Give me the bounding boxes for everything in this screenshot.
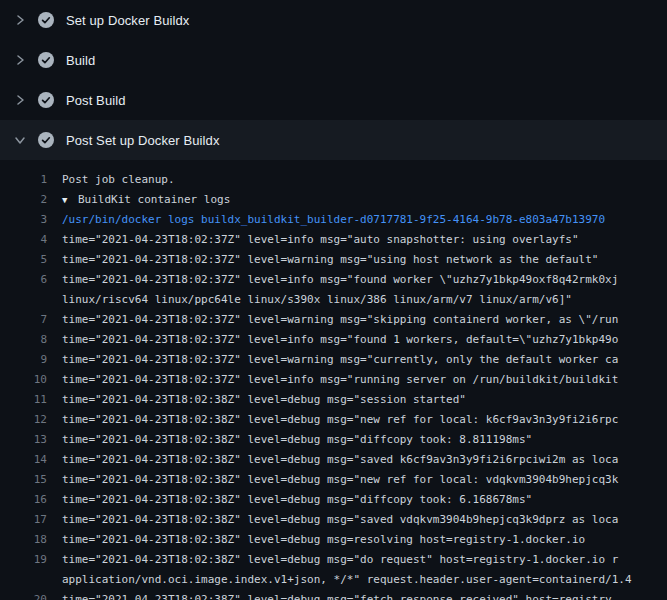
log-line: 3 /usr/bin/docker logs buildx_buildkit_b… (0, 210, 667, 230)
log-line: 5 time="2021-04-23T18:02:37Z" level=warn… (0, 250, 667, 270)
log-line-content: time="2021-04-23T18:02:38Z" level=debug … (62, 593, 612, 600)
log-line-content: time="2021-04-23T18:02:37Z" level=info m… (62, 273, 618, 286)
log-line-text: time="2021-04-23T18:02:38Z" level=debug … (47, 390, 667, 410)
log-line-number[interactable]: 2 (0, 190, 47, 210)
log-line: 9 time="2021-04-23T18:02:37Z" level=warn… (0, 350, 667, 370)
log-line-text: time="2021-04-23T18:02:37Z" level=info m… (47, 270, 667, 290)
log-line: 14 time="2021-04-23T18:02:38Z" level=deb… (0, 450, 667, 470)
log-line-number[interactable]: 12 (0, 410, 47, 430)
section-header-set-up-docker-buildx[interactable]: Set up Docker Buildx (0, 0, 667, 40)
log-line-content: time="2021-04-23T18:02:37Z" level=warnin… (62, 313, 618, 326)
log-line: 1 Post job cleanup. (0, 170, 667, 190)
log-line-number[interactable]: 1 (0, 170, 47, 190)
section-label: Set up Docker Buildx (66, 13, 189, 28)
chevron-right-icon (12, 92, 28, 108)
log-area: 1 Post job cleanup. 2 ▼BuildKit containe… (0, 160, 667, 600)
log-line-number[interactable]: 16 (0, 490, 47, 510)
log-line-text: time="2021-04-23T18:02:38Z" level=debug … (47, 410, 667, 430)
log-line-text: time="2021-04-23T18:02:38Z" level=debug … (47, 470, 667, 490)
section-header-build[interactable]: Build (0, 40, 667, 80)
log-line: 18 time="2021-04-23T18:02:38Z" level=deb… (0, 530, 667, 550)
log-line-number[interactable]: 9 (0, 350, 47, 370)
log-line: 4 time="2021-04-23T18:02:37Z" level=info… (0, 230, 667, 250)
log-line-text: time="2021-04-23T18:02:38Z" level=debug … (47, 590, 667, 600)
log-line: 16 time="2021-04-23T18:02:38Z" level=deb… (0, 490, 667, 510)
log-line-text: time="2021-04-23T18:02:38Z" level=debug … (47, 490, 667, 510)
section-list: Set up Docker Buildx Build P (0, 0, 667, 160)
log-line: 12 time="2021-04-23T18:02:38Z" level=deb… (0, 410, 667, 430)
log-line-number[interactable]: 13 (0, 430, 47, 450)
log-line-number[interactable]: 10 (0, 370, 47, 390)
section-label: Post Build (66, 93, 126, 108)
log-line-number[interactable]: 15 (0, 470, 47, 490)
log-line-text: Post job cleanup. (47, 170, 667, 190)
log-line: 17 time="2021-04-23T18:02:38Z" level=deb… (0, 510, 667, 530)
log-line-text: time="2021-04-23T18:02:38Z" level=debug … (47, 450, 667, 470)
log-line-text: time="2021-04-23T18:02:38Z" level=debug … (47, 530, 667, 550)
log-line-text: time="2021-04-23T18:02:37Z" level=info m… (47, 330, 667, 350)
log-line: 20 time="2021-04-23T18:02:38Z" level=deb… (0, 590, 667, 600)
check-circle-icon (38, 12, 54, 28)
log-line-content: BuildKit container logs (78, 193, 230, 206)
log-line-content: Post job cleanup. (62, 173, 175, 186)
log-line[interactable]: 2 ▼BuildKit container logs (0, 190, 667, 210)
log-line-number (0, 290, 47, 310)
log-line-number[interactable]: 6 (0, 270, 47, 290)
log-line-text: application/vnd.oci.image.index.v1+json,… (47, 570, 667, 590)
log-line-number[interactable]: 14 (0, 450, 47, 470)
log-line-text: time="2021-04-23T18:02:37Z" level=warnin… (47, 250, 667, 270)
log-line-number[interactable]: 20 (0, 590, 47, 600)
log-line-text: time="2021-04-23T18:02:37Z" level=warnin… (47, 310, 667, 330)
log-line-content: time="2021-04-23T18:02:38Z" level=debug … (62, 473, 618, 486)
group-expanded-triangle-icon: ▼ (62, 190, 78, 210)
chevron-down-icon (12, 132, 28, 148)
log-line-content: linux/riscv64 linux/ppc64le linux/s390x … (62, 293, 572, 306)
log-line-number[interactable]: 18 (0, 530, 47, 550)
log-line: 6 time="2021-04-23T18:02:37Z" level=info… (0, 270, 667, 290)
log-line: 11 time="2021-04-23T18:02:38Z" level=deb… (0, 390, 667, 410)
log-line-number[interactable]: 17 (0, 510, 47, 530)
check-circle-icon (38, 92, 54, 108)
log-line-text: time="2021-04-23T18:02:37Z" level=info m… (47, 230, 667, 250)
log-line: 8 time="2021-04-23T18:02:37Z" level=info… (0, 330, 667, 350)
section-header-post-set-up-docker-buildx[interactable]: Post Set up Docker Buildx (0, 120, 667, 160)
log-line-content: time="2021-04-23T18:02:38Z" level=debug … (62, 553, 618, 566)
log-line-content: /usr/bin/docker logs buildx_buildkit_bui… (62, 213, 605, 226)
log-line: 15 time="2021-04-23T18:02:38Z" level=deb… (0, 470, 667, 490)
log-line-content: time="2021-04-23T18:02:37Z" level=info m… (62, 233, 579, 246)
chevron-right-icon (12, 12, 28, 28)
log-line-content: time="2021-04-23T18:02:38Z" level=debug … (62, 413, 618, 426)
log-line-content: time="2021-04-23T18:02:38Z" level=debug … (62, 513, 618, 526)
log-line-text: time="2021-04-23T18:02:38Z" level=debug … (47, 430, 667, 450)
log-line-content: time="2021-04-23T18:02:38Z" level=debug … (62, 393, 466, 406)
log-line-number[interactable]: 11 (0, 390, 47, 410)
log-line-text: linux/riscv64 linux/ppc64le linux/s390x … (47, 290, 667, 310)
log-line-number[interactable]: 19 (0, 550, 47, 570)
log-line: application/vnd.oci.image.index.v1+json,… (0, 570, 667, 590)
check-circle-icon (38, 52, 54, 68)
log-line: 7 time="2021-04-23T18:02:37Z" level=warn… (0, 310, 667, 330)
log-line-number (0, 570, 47, 590)
log-line-text: time="2021-04-23T18:02:38Z" level=debug … (47, 550, 667, 570)
section-header-post-build[interactable]: Post Build (0, 80, 667, 120)
check-circle-icon (38, 132, 54, 148)
log-line-content: time="2021-04-23T18:02:38Z" level=debug … (62, 493, 532, 506)
log-line-number[interactable]: 3 (0, 210, 47, 230)
log-line-number[interactable]: 4 (0, 230, 47, 250)
log-line-content: time="2021-04-23T18:02:37Z" level=warnin… (62, 253, 598, 266)
log-line-content: time="2021-04-23T18:02:38Z" level=debug … (62, 433, 532, 446)
log-line-text: ▼BuildKit container logs (47, 190, 667, 210)
log-line-text: /usr/bin/docker logs buildx_buildkit_bui… (47, 210, 667, 230)
section-label: Build (66, 53, 95, 68)
log-line-number[interactable]: 8 (0, 330, 47, 350)
log-line-text: time="2021-04-23T18:02:37Z" level=warnin… (47, 350, 667, 370)
log-line-text: time="2021-04-23T18:02:37Z" level=info m… (47, 370, 667, 390)
log-line-content: time="2021-04-23T18:02:37Z" level=warnin… (62, 353, 618, 366)
log-line-content: time="2021-04-23T18:02:37Z" level=info m… (62, 333, 618, 346)
log-line-number[interactable]: 7 (0, 310, 47, 330)
log-line-content: application/vnd.oci.image.index.v1+json,… (62, 573, 632, 586)
log-line-content: time="2021-04-23T18:02:37Z" level=info m… (62, 373, 618, 386)
log-line: 13 time="2021-04-23T18:02:38Z" level=deb… (0, 430, 667, 450)
log-line-number[interactable]: 5 (0, 250, 47, 270)
log-line: 19 time="2021-04-23T18:02:38Z" level=deb… (0, 550, 667, 570)
